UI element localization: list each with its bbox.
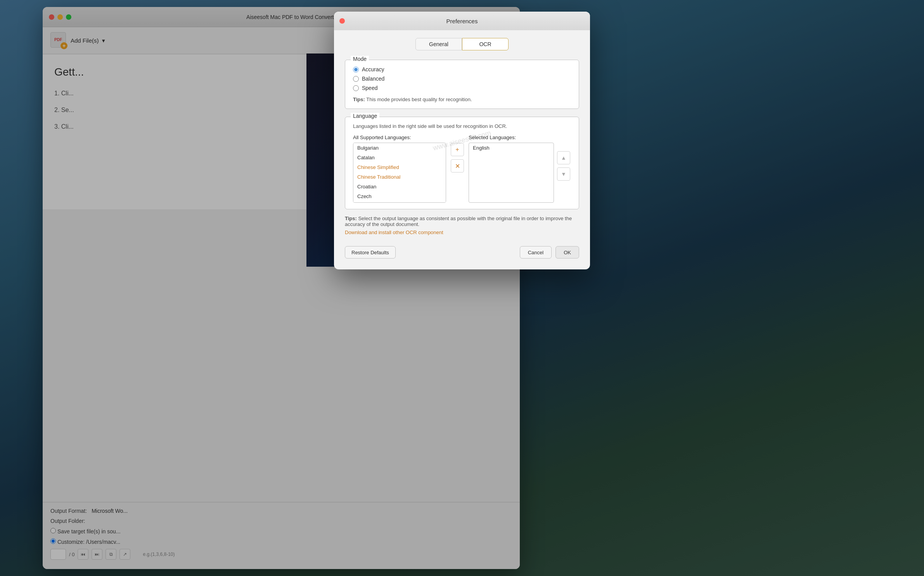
- move-down-button[interactable]: ▼: [557, 167, 570, 181]
- language-tips-section: Tips: Select the output language as cons…: [345, 216, 579, 235]
- lang-croatian[interactable]: Croatian: [353, 182, 446, 191]
- all-languages-label: All Supported Languages:: [353, 135, 446, 140]
- cancel-button[interactable]: Cancel: [520, 246, 552, 259]
- lang-tips-label: Tips:: [345, 216, 357, 221]
- footer-right-buttons: Cancel OK: [520, 246, 579, 259]
- mode-accuracy-option[interactable]: Accuracy: [353, 66, 571, 72]
- mode-tips-text: This mode provides best quality for reco…: [366, 97, 472, 102]
- lang-bulgarian[interactable]: Bulgarian: [353, 143, 446, 153]
- lang-tips-body: Select the output language as consistent…: [345, 216, 572, 227]
- mode-speed-label: Speed: [362, 85, 377, 91]
- move-up-button[interactable]: ▲: [557, 151, 570, 164]
- mode-section: Mode Accuracy Balanced Speed: [345, 60, 579, 109]
- tab-general[interactable]: General: [415, 38, 462, 50]
- up-arrow-icon: ▲: [561, 155, 566, 161]
- dialog-close-button[interactable]: [339, 18, 345, 24]
- mode-balanced-radio[interactable]: [353, 76, 359, 82]
- restore-defaults-button[interactable]: Restore Defaults: [345, 246, 396, 259]
- preferences-dialog: Preferences General OCR Mode Accuracy: [334, 12, 590, 269]
- lang-czech[interactable]: Czech: [353, 191, 446, 201]
- selected-languages-list[interactable]: English: [469, 143, 554, 203]
- remove-language-button[interactable]: ✕: [451, 159, 464, 172]
- lang-chinese-traditional[interactable]: Chinese Traditional: [353, 172, 446, 182]
- tab-ocr[interactable]: OCR: [462, 38, 509, 50]
- mode-speed-radio[interactable]: [353, 85, 359, 91]
- down-arrow-icon: ▼: [561, 171, 566, 177]
- language-columns: All Supported Languages: Bulgarian Catal…: [353, 135, 571, 203]
- dialog-title: Preferences: [446, 18, 478, 24]
- add-language-button[interactable]: +: [451, 143, 464, 156]
- selected-languages-label: Selected Languages:: [469, 135, 570, 140]
- lang-chinese-simplified[interactable]: Chinese Simplified: [353, 162, 446, 172]
- mode-balanced-label: Balanced: [362, 76, 384, 82]
- mode-tips-label: Tips:: [353, 97, 365, 102]
- mode-balanced-option[interactable]: Balanced: [353, 76, 571, 82]
- language-description: Languages listed in the right side will …: [353, 123, 571, 129]
- mode-tips: Tips: This mode provides best quality fo…: [353, 97, 571, 102]
- mode-accuracy-radio[interactable]: [353, 67, 359, 72]
- mode-speed-option[interactable]: Speed: [353, 85, 571, 91]
- selected-arrows: ▲ ▼: [557, 143, 570, 203]
- dialog-titlebar: Preferences: [334, 12, 590, 30]
- download-ocr-link[interactable]: Download and install other OCR component: [345, 229, 579, 235]
- selected-languages-column: Selected Languages: English ▲ ▼: [469, 135, 570, 203]
- tab-bar: General OCR: [345, 38, 579, 50]
- lang-catalan[interactable]: Catalan: [353, 153, 446, 162]
- language-tips-text: Tips: Select the output language as cons…: [345, 216, 579, 227]
- mode-radio-group: Accuracy Balanced Speed: [353, 66, 571, 91]
- language-controls: + ✕: [451, 135, 464, 172]
- selected-col-container: English ▲ ▼: [469, 143, 570, 203]
- ok-button[interactable]: OK: [555, 246, 579, 259]
- language-section: Language Languages listed in the right s…: [345, 117, 579, 209]
- add-icon: +: [455, 146, 459, 153]
- lang-english[interactable]: English: [353, 201, 446, 203]
- dialog-overlay: Preferences General OCR Mode Accuracy: [0, 0, 924, 576]
- all-languages-list[interactable]: Bulgarian Catalan Chinese Simplified Chi…: [353, 143, 446, 203]
- dialog-footer: Restore Defaults Cancel OK: [345, 240, 579, 259]
- all-languages-column: All Supported Languages: Bulgarian Catal…: [353, 135, 446, 203]
- remove-icon: ✕: [455, 162, 460, 170]
- mode-legend: Mode: [351, 56, 369, 62]
- mode-accuracy-label: Accuracy: [362, 66, 384, 72]
- language-legend: Language: [351, 113, 379, 119]
- selected-english[interactable]: English: [469, 143, 554, 153]
- dialog-body: General OCR Mode Accuracy Balanced: [334, 30, 590, 269]
